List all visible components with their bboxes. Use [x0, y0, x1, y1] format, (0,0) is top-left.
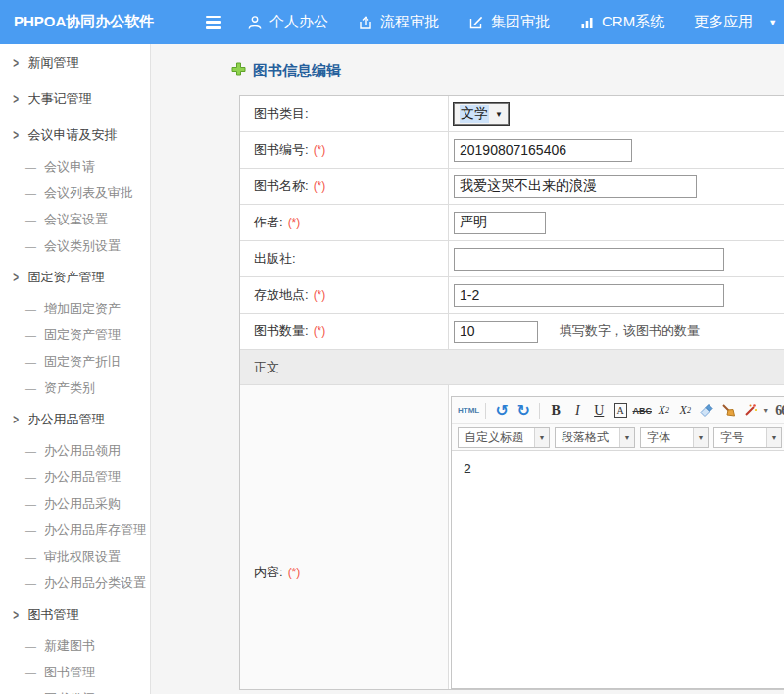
- subscript-button[interactable]: X2: [675, 400, 695, 421]
- html-source-button[interactable]: HTML: [458, 400, 479, 421]
- toolbar-separator: [485, 403, 486, 419]
- sidebar-item-label: 会议类别设置: [44, 237, 121, 255]
- strikethrough-button[interactable]: ABC: [632, 400, 652, 421]
- editor-toolbar-row1: HTML ↺ ↻ B I U A ABC X2 X2: [452, 397, 784, 424]
- form-row-location: 存放地点: (*): [240, 277, 784, 314]
- publisher-input[interactable]: [454, 248, 724, 271]
- form-row-category: 图书类目: 文学 ▼: [240, 96, 784, 132]
- sidebar-item[interactable]: >新闻管理: [0, 44, 150, 80]
- undo-button[interactable]: ↺: [492, 400, 512, 421]
- superscript-button[interactable]: X2: [654, 400, 673, 421]
- eraser-icon[interactable]: [697, 400, 716, 421]
- book-number-input[interactable]: [454, 139, 632, 162]
- dash-icon: —: [25, 445, 36, 457]
- redo-button[interactable]: ↻: [514, 400, 533, 421]
- top-header: PHPOA协同办公软件 个人办公 流程审批 集团审批 CRM系统 更多应用 ▼: [0, 0, 784, 44]
- sidebar-item[interactable]: —图书借阅: [0, 685, 150, 694]
- hamburger-menu-icon[interactable]: [206, 16, 225, 29]
- sidebar-item[interactable]: —会议室设置: [0, 206, 150, 232]
- dash-icon: —: [25, 214, 36, 225]
- sidebar-item[interactable]: —会议申请: [0, 153, 150, 179]
- font-border-button[interactable]: A: [611, 400, 630, 421]
- form-row-author: 作者: (*): [240, 205, 784, 241]
- sidebar-item[interactable]: —办公用品领用: [0, 437, 150, 464]
- font-size-select[interactable]: 字号 ▼: [713, 427, 782, 448]
- select-arrow-icon: ▼: [619, 428, 634, 447]
- sidebar-item-label: 图书管理: [44, 664, 95, 681]
- paragraph-format-select[interactable]: 段落格式 ▼: [555, 427, 635, 448]
- sidebar-item-label: 办公用品分类设置: [44, 574, 146, 592]
- sidebar-item[interactable]: —会议列表及审批: [0, 179, 150, 206]
- location-input[interactable]: [454, 284, 724, 307]
- required-mark: (*): [314, 179, 326, 193]
- sidebar-item-label: 图书借阅: [44, 690, 95, 694]
- format-brush-icon[interactable]: [718, 400, 738, 421]
- sidebar-item[interactable]: —增加固定资产: [0, 295, 150, 322]
- chevron-down-icon[interactable]: ▼: [768, 18, 777, 27]
- nav-workflow-approval[interactable]: 流程审批: [358, 13, 439, 31]
- field-label: 图书数量: (*): [240, 314, 449, 349]
- required-mark: (*): [314, 324, 326, 338]
- sidebar-item-label: 会议室设置: [44, 211, 108, 228]
- field-label: 图书类目:: [240, 96, 449, 131]
- dash-icon: —: [25, 471, 36, 483]
- nav-group-approval[interactable]: 集团审批: [468, 13, 550, 31]
- sidebar-item[interactable]: —图书管理: [0, 659, 150, 685]
- chevron-right-icon: >: [13, 127, 19, 143]
- italic-button[interactable]: I: [567, 400, 587, 421]
- sidebar-item[interactable]: >固定资产管理: [0, 259, 150, 295]
- category-select[interactable]: 文学 ▼: [454, 103, 509, 125]
- nav-more-apps[interactable]: 更多应用: [694, 13, 753, 31]
- sidebar-item-label: 会议申请及安排: [27, 126, 117, 144]
- sidebar-item[interactable]: —新建图书: [0, 632, 150, 659]
- sidebar-item[interactable]: >大事记管理: [0, 80, 150, 117]
- nav-crm-system[interactable]: CRM系统: [579, 13, 664, 31]
- dash-icon: —: [25, 640, 36, 652]
- required-mark: (*): [314, 288, 326, 302]
- dash-icon: —: [25, 667, 36, 678]
- sidebar-item[interactable]: —办公用品库存管理: [0, 517, 150, 543]
- font-family-select[interactable]: 字体 ▼: [640, 427, 709, 448]
- form-row-publisher: 出版社:: [240, 241, 784, 277]
- sidebar-item[interactable]: —审批权限设置: [0, 543, 150, 570]
- sidebar-item[interactable]: >图书管理: [0, 596, 150, 632]
- wand-dropdown-caret-icon[interactable]: ▼: [762, 407, 769, 414]
- sidebar-item[interactable]: —固定资产管理: [0, 322, 150, 348]
- dash-icon: —: [25, 240, 36, 252]
- sidebar-item[interactable]: —固定资产折旧: [0, 348, 150, 374]
- form-row-book-name: 图书名称: (*): [240, 169, 784, 205]
- sidebar-item-label: 办公用品管理: [44, 469, 121, 486]
- sidebar-item[interactable]: —办公用品管理: [0, 464, 150, 490]
- sidebar-item[interactable]: —办公用品分类设置: [0, 570, 150, 596]
- sidebar-item[interactable]: >办公用品管理: [0, 401, 150, 437]
- custom-title-select[interactable]: 自定义标题 ▼: [458, 427, 550, 448]
- sidebar-item[interactable]: —会议类别设置: [0, 232, 150, 259]
- sidebar-item-label: 固定资产管理: [27, 269, 104, 286]
- dash-icon: —: [25, 524, 36, 536]
- field-label: 出版社:: [240, 241, 449, 276]
- required-mark: (*): [288, 216, 301, 229]
- sidebar-item[interactable]: >会议申请及安排: [0, 117, 150, 153]
- required-mark: (*): [314, 143, 326, 157]
- field-label: 作者: (*): [240, 205, 449, 240]
- editor-content-area[interactable]: 2: [452, 451, 784, 688]
- quantity-input[interactable]: [454, 321, 538, 343]
- bold-button[interactable]: B: [546, 400, 565, 421]
- dash-icon: —: [25, 303, 36, 315]
- sidebar-item[interactable]: —资产类别: [0, 374, 150, 401]
- sidebar-item-label: 办公用品采购: [44, 495, 121, 513]
- author-input[interactable]: [454, 212, 546, 234]
- underline-button[interactable]: U: [589, 400, 609, 421]
- sidebar-item-label: 固定资产折旧: [44, 353, 121, 371]
- sidebar-item-label: 固定资产管理: [44, 326, 121, 344]
- chevron-right-icon: >: [13, 412, 19, 427]
- sidebar-item[interactable]: —办公用品采购: [0, 490, 150, 517]
- blockquote-button[interactable]: 66: [771, 400, 784, 421]
- dash-icon: —: [25, 498, 36, 510]
- nav-personal-office[interactable]: 个人办公: [247, 13, 328, 31]
- book-name-input[interactable]: [454, 175, 697, 198]
- nav-label: CRM系统: [602, 13, 664, 31]
- magic-wand-icon[interactable]: [740, 400, 760, 421]
- sidebar-item-label: 新建图书: [44, 637, 95, 655]
- page-title-text: 图书信息编辑: [253, 62, 341, 80]
